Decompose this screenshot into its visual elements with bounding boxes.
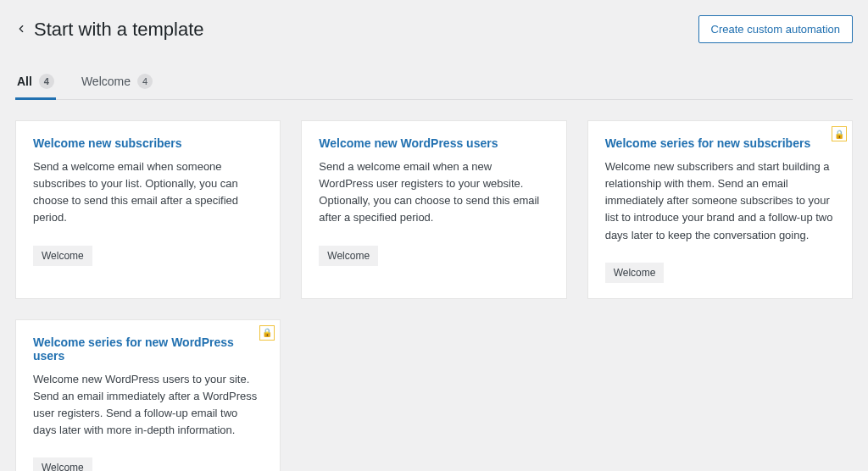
card-tag: Welcome (319, 246, 378, 266)
template-card[interactable]: Welcome new subscribers Send a welcome e… (15, 120, 281, 299)
card-tag: Welcome (33, 457, 92, 471)
tab-count-badge: 4 (39, 74, 54, 89)
lock-icon: 🔒 (259, 325, 275, 341)
template-card[interactable]: 🔒 Welcome series for new WordPress users… (15, 319, 281, 471)
card-title[interactable]: Welcome new subscribers (33, 136, 263, 150)
tab-label: Welcome (81, 75, 131, 88)
card-description: Welcome new subscribers and start buildi… (605, 158, 835, 244)
tab-welcome[interactable]: Welcome 4 (80, 67, 154, 100)
tab-all[interactable]: All 4 (15, 67, 56, 100)
back-icon[interactable] (15, 22, 27, 37)
header-row: Start with a template Create custom auto… (15, 15, 853, 43)
card-description: Send a welcome email when a new WordPres… (319, 158, 548, 227)
template-card[interactable]: 🔒 Welcome series for new subscribers Wel… (587, 120, 853, 299)
card-tag: Welcome (605, 263, 665, 283)
template-card[interactable]: Welcome new WordPress users Send a welco… (301, 120, 566, 299)
page-title: Start with a template (34, 19, 204, 41)
tab-count-badge: 4 (137, 74, 153, 89)
tabs: All 4 Welcome 4 (15, 67, 853, 100)
card-tag: Welcome (33, 246, 92, 266)
card-description: Send a welcome email when someone subscr… (33, 158, 263, 227)
create-automation-button[interactable]: Create custom automation (698, 15, 853, 43)
card-title[interactable]: Welcome series for new subscribers (605, 136, 835, 150)
card-title[interactable]: Welcome series for new WordPress users (33, 335, 263, 363)
card-title[interactable]: Welcome new WordPress users (319, 136, 548, 150)
tab-label: All (17, 75, 32, 88)
card-description: Welcome new WordPress users to your site… (33, 371, 263, 440)
lock-icon: 🔒 (832, 126, 847, 141)
template-grid: Welcome new subscribers Send a welcome e… (15, 120, 853, 471)
header-left: Start with a template (15, 19, 204, 41)
